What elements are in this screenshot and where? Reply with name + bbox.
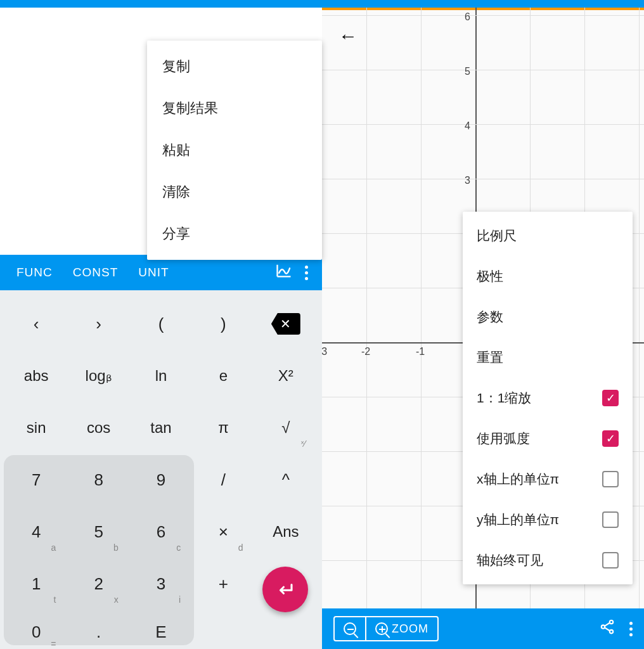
graph-icon[interactable] xyxy=(271,262,297,283)
function-tabbar: FUNC CONST UNIT xyxy=(0,255,322,290)
zoom-in-icon xyxy=(375,622,388,635)
plot-line xyxy=(322,8,644,10)
menu-share[interactable]: 分享 xyxy=(147,213,322,255)
tab-func[interactable]: FUNC xyxy=(6,266,63,280)
context-menu: 复制 复制结果 粘贴 清除 分享 xyxy=(147,41,322,260)
key-square[interactable]: X² xyxy=(255,350,317,402)
key-4[interactable]: 4a xyxy=(5,506,67,558)
key-9[interactable]: 9 xyxy=(130,454,192,506)
key-8[interactable]: 8 xyxy=(67,454,129,506)
more-icon[interactable] xyxy=(629,622,633,636)
checkbox-icon[interactable] xyxy=(602,511,619,528)
key-ln[interactable]: ln xyxy=(130,350,192,402)
graph-options-menu: 比例尺 极性 参数 重置 1：1缩放✓ 使用弧度✓ x轴上的单位π y轴上的单位… xyxy=(463,212,633,584)
opt-polarity[interactable]: 极性 xyxy=(463,256,633,297)
svg-line-3 xyxy=(605,622,610,626)
zoom-out-icon xyxy=(344,622,356,635)
opt-1to1-zoom[interactable]: 1：1缩放✓ xyxy=(463,378,633,418)
graph-pane: ← 6 5 4 3 -3 -2 -1 比例尺 极性 参数 重置 1：1缩放✓ xyxy=(322,0,644,649)
keypad: ‹ › ( ) ✕ abs logᵦ ln e X² sin cos tan π… xyxy=(0,290,322,649)
key-sqrt[interactable]: √ˣ⁄ xyxy=(255,402,317,454)
zoom-in-button[interactable]: ZOOM xyxy=(366,617,437,640)
key-log[interactable]: logᵦ xyxy=(67,350,129,402)
key-7[interactable]: 7 xyxy=(5,454,67,506)
opt-x-pi[interactable]: x轴上的单位π xyxy=(463,459,633,499)
x-tick: -3 xyxy=(322,346,327,357)
y-tick: 5 xyxy=(465,66,470,77)
key-pi[interactable]: π xyxy=(192,402,254,454)
key-2[interactable]: 2x xyxy=(67,558,129,610)
key-empty2 xyxy=(192,610,254,649)
graph-toolbar: ZOOM xyxy=(322,608,644,649)
y-tick: 3 xyxy=(465,175,470,186)
menu-clear[interactable]: 清除 xyxy=(147,171,322,213)
tab-const[interactable]: CONST xyxy=(63,266,129,280)
menu-paste[interactable]: 粘贴 xyxy=(147,129,322,171)
graph-canvas[interactable]: ← 6 5 4 3 -3 -2 -1 比例尺 极性 参数 重置 1：1缩放✓ xyxy=(322,8,644,608)
menu-copy-result[interactable]: 复制结果 xyxy=(147,87,322,129)
y-tick: 6 xyxy=(465,11,470,23)
back-icon[interactable]: ← xyxy=(338,25,357,47)
key-cos[interactable]: cos xyxy=(67,402,129,454)
key-empty3 xyxy=(255,610,317,649)
key-5[interactable]: 5b xyxy=(67,506,129,558)
key-3[interactable]: 3i xyxy=(130,558,192,610)
key-e[interactable]: e xyxy=(192,350,254,402)
checkbox-icon[interactable] xyxy=(602,552,619,569)
tab-unit[interactable]: UNIT xyxy=(128,266,179,280)
menu-copy[interactable]: 复制 xyxy=(147,46,322,87)
key-6[interactable]: 6c xyxy=(130,506,192,558)
key-abs[interactable]: abs xyxy=(5,350,67,402)
share-icon[interactable] xyxy=(599,619,615,639)
opt-y-pi[interactable]: y轴上的单位π xyxy=(463,499,633,540)
opt-radians[interactable]: 使用弧度✓ xyxy=(463,418,633,459)
status-bar xyxy=(0,0,322,8)
opt-parameter[interactable]: 参数 xyxy=(463,297,633,337)
key-exp[interactable]: E xyxy=(130,610,192,649)
key-empty xyxy=(255,558,317,610)
key-backspace[interactable]: ✕ xyxy=(255,298,317,350)
x-tick: -1 xyxy=(416,346,425,357)
zoom-out-button[interactable] xyxy=(335,617,366,640)
key-rparen[interactable]: ) xyxy=(192,298,254,350)
key-divide[interactable]: / xyxy=(192,454,254,506)
key-lparen[interactable]: ( xyxy=(130,298,192,350)
opt-axis-visible[interactable]: 轴始终可见 xyxy=(463,540,633,581)
opt-scale[interactable]: 比例尺 xyxy=(463,215,633,256)
key-power[interactable]: ^ xyxy=(255,454,317,506)
checkbox-icon[interactable]: ✓ xyxy=(602,430,619,447)
key-0[interactable]: 0= xyxy=(5,610,67,649)
key-ans[interactable]: Ans xyxy=(255,506,317,558)
key-1[interactable]: 1t xyxy=(5,558,67,610)
key-prev[interactable]: ‹ xyxy=(5,298,67,350)
more-icon[interactable] xyxy=(297,266,316,280)
opt-reset[interactable]: 重置 xyxy=(463,337,633,378)
checkbox-icon[interactable]: ✓ xyxy=(602,390,619,406)
key-plus[interactable]: + xyxy=(192,558,254,610)
calculator-pane: 复制 复制结果 粘贴 清除 分享 FUNC CONST UNIT ‹ › ( )… xyxy=(0,0,322,649)
display-area: 复制 复制结果 粘贴 清除 分享 xyxy=(0,8,322,255)
key-multiply[interactable]: ×d xyxy=(192,506,254,558)
key-dot[interactable]: . xyxy=(67,610,129,649)
status-bar-right xyxy=(322,0,644,8)
key-next[interactable]: › xyxy=(67,298,129,350)
key-sin[interactable]: sin xyxy=(5,402,67,454)
zoom-controls: ZOOM xyxy=(333,616,439,641)
checkbox-icon[interactable] xyxy=(602,471,619,487)
y-tick: 4 xyxy=(465,120,470,132)
svg-line-4 xyxy=(605,627,610,631)
x-tick: -2 xyxy=(361,346,370,357)
key-tan[interactable]: tan xyxy=(130,402,192,454)
